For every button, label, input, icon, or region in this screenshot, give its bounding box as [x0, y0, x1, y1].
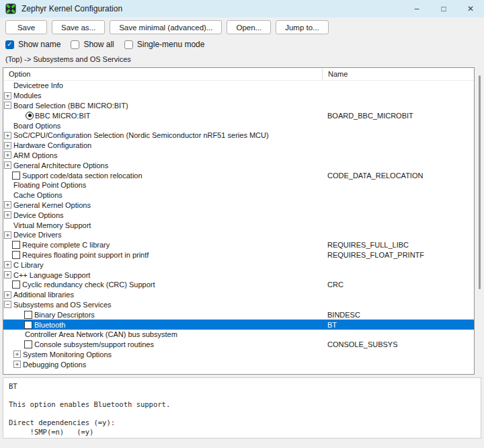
maximize-icon[interactable]: □ [430, 0, 457, 17]
checkbox[interactable] [24, 340, 32, 348]
checkbox[interactable] [12, 172, 20, 180]
vertical-scrollbar[interactable] [479, 75, 481, 289]
tree-row[interactable]: +Device Options [3, 210, 474, 220]
show-name-checkbox[interactable]: ✓Show name [5, 40, 61, 49]
tree-row[interactable]: Board Options [3, 120, 474, 130]
checkbox[interactable] [12, 281, 20, 289]
tree-row[interactable]: Virtual Memory Support [3, 220, 474, 230]
tree-row-label: Debugging Options [23, 361, 86, 369]
tree-row[interactable]: Support code/data section relocationCODE… [3, 170, 474, 180]
tree-row-label: Virtual Memory Support [13, 221, 91, 229]
expand-icon[interactable]: + [13, 350, 21, 358]
tree-row[interactable]: Cyclic redundancy check (CRC) SupportCRC [3, 280, 474, 290]
save-as-button[interactable]: Save as... [52, 20, 105, 34]
save-button[interactable]: Save [5, 20, 47, 34]
expand-icon[interactable]: + [4, 92, 11, 100]
tree-row[interactable]: −Board Selection (BBC MICRO:BIT) [3, 101, 474, 111]
tree-row-label: BBC MICRO:BIT [35, 112, 91, 120]
expand-icon[interactable]: + [4, 211, 11, 219]
tree-row-label: Controller Area Network (CAN) bus subsys… [25, 330, 177, 338]
collapse-icon[interactable]: − [4, 301, 11, 308]
tree-row-label: Console subsystem/support routines [34, 340, 154, 348]
tree-row[interactable]: +Hardware Configuration [3, 141, 474, 151]
tree-row[interactable]: −Subsystems and OS Services [3, 300, 474, 310]
expand-icon[interactable]: + [4, 142, 11, 149]
checkbox[interactable] [12, 241, 20, 249]
tree-row-label: Require complete C library [22, 241, 110, 249]
column-header-option[interactable]: Option [9, 70, 30, 78]
tree-row[interactable]: Controller Area Network (CAN) bus subsys… [3, 330, 474, 340]
jump-to-button[interactable]: Jump to... [276, 20, 329, 34]
tree-row-label: Binary Descriptors [34, 311, 95, 319]
tree-row[interactable]: +C++ Language Support [3, 270, 474, 280]
tree-row[interactable]: Requires floating point support in print… [3, 250, 474, 260]
tree-row[interactable]: +General Architecture Options [3, 160, 474, 170]
tree-row[interactable]: Require complete C libraryREQUIRES_FULL_… [3, 240, 474, 250]
checkbox[interactable] [24, 311, 32, 319]
tree-row-label: Bluetooth [34, 321, 65, 329]
tree-row-label: Cache Options [13, 191, 63, 199]
expand-icon[interactable]: + [13, 361, 21, 368]
config-tree-panel: Option Name Devicetree Info+Modules−Boar… [3, 67, 475, 375]
tree-row[interactable]: BluetoothBT [3, 320, 474, 330]
checkbox[interactable] [24, 321, 32, 329]
save-minimal-button[interactable]: Save minimal (advanced)... [110, 20, 222, 34]
titlebar: Zephyr Kernel Configuration –□✕ [0, 0, 484, 17]
tree-row[interactable]: +SoC/CPU/Configuration Selection (Nordic… [3, 130, 474, 141]
tree-row-label: Devicetree Info [13, 81, 63, 89]
tree-row[interactable]: +Debugging Options [3, 359, 474, 369]
tree-row-label: Board Options [13, 122, 61, 130]
tree-row[interactable]: BBC MICRO:BITBOARD_BBC_MICROBIT [3, 110, 474, 120]
single-menu-mode-checkbox[interactable]: Single-menu mode [124, 40, 205, 49]
help-text: BT This option enables Bluetooth support… [9, 382, 475, 437]
close-icon[interactable]: ✕ [457, 0, 484, 17]
radio-button[interactable] [26, 112, 34, 120]
column-header-name[interactable]: Name [322, 69, 348, 80]
expand-icon[interactable]: + [4, 132, 11, 139]
symbol-name: CONSOLE_SUBSYS [327, 340, 398, 350]
collapse-icon[interactable]: − [4, 102, 11, 109]
tree-row-label: Modules [13, 91, 42, 100]
tree-row-label: General Kernel Options [13, 201, 91, 209]
window-title: Zephyr Kernel Configuration [22, 4, 403, 13]
minimize-icon[interactable]: – [403, 0, 430, 17]
show-all-checkbox[interactable]: Show all [71, 40, 114, 49]
show-all-checkbox-label: Show all [83, 40, 114, 49]
tree-row-label: Subsystems and OS Services [13, 301, 112, 309]
checkbox[interactable] [12, 251, 20, 259]
tree-row[interactable]: +ARM Options [3, 151, 474, 161]
tree-row[interactable]: Binary DescriptorsBINDESC [3, 309, 474, 320]
tree-row[interactable]: Floating Point Options [3, 180, 474, 190]
expand-icon[interactable]: + [4, 231, 11, 239]
expand-icon[interactable]: + [4, 161, 11, 169]
tree-row[interactable]: +Additional libraries [3, 290, 474, 300]
tree-row[interactable]: +System Monitoring Options [3, 350, 474, 360]
tree-row[interactable]: +Modules [3, 91, 474, 101]
expand-icon[interactable]: + [4, 151, 11, 159]
open-button[interactable]: Open... [227, 20, 271, 34]
expand-icon[interactable]: + [4, 261, 11, 268]
tree-row[interactable]: Console subsystem/support routinesCONSOL… [3, 340, 474, 350]
tree-row[interactable]: +Device Drivers [3, 230, 474, 240]
tree-row-label: Requires floating point support in print… [22, 251, 149, 259]
symbol-name: BOARD_BBC_MICROBIT [327, 110, 413, 120]
app-icon [5, 3, 16, 14]
tree-row-label: Hardware Configuration [13, 141, 91, 149]
tree-row[interactable]: +C Library [3, 260, 474, 270]
tree-row-label: C Library [13, 261, 44, 269]
window-controls: –□✕ [403, 0, 484, 17]
tree-row[interactable]: Devicetree Info [3, 81, 474, 91]
breadcrumb: (Top) -> Subsystems and OS Services [0, 52, 484, 67]
symbol-name: CRC [327, 280, 344, 290]
tree-row-label: SoC/CPU/Configuration Selection (Nordic … [13, 131, 269, 139]
tree-row[interactable]: Cache Options [3, 190, 474, 200]
symbol-name: REQUIRES_FLOAT_PRINTF [327, 250, 424, 260]
expand-icon[interactable]: + [4, 271, 11, 278]
expand-icon[interactable]: + [4, 291, 11, 299]
expand-icon[interactable]: + [4, 201, 11, 209]
tree-row[interactable]: +General Kernel Options [3, 200, 474, 211]
tree-row-label: Device Options [13, 211, 64, 219]
checked-checkbox-icon: ✓ [5, 40, 14, 49]
tree-row-label: Floating Point Options [13, 181, 86, 189]
symbol-name: REQUIRES_FULL_LIBC [327, 240, 409, 250]
